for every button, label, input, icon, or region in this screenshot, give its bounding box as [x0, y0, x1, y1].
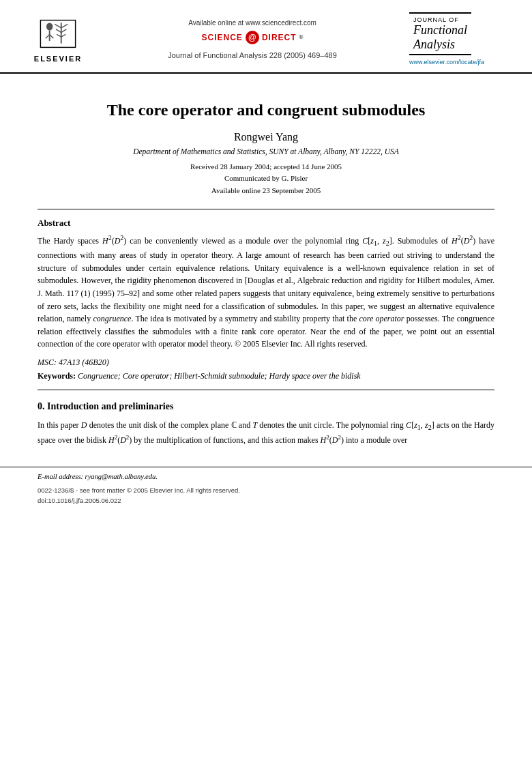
sd-direct-text: DIRECT: [262, 33, 297, 42]
sd-at-symbol: @: [246, 31, 259, 44]
affiliation: Department of Mathematics and Statistics…: [38, 147, 494, 156]
intro-heading: 0. Introduction and preliminaries: [38, 401, 494, 412]
sciencedirect-logo: SCIENCE @ DIRECT ®: [202, 31, 304, 44]
doi-text: doi:10.1016/j.jfa.2005.06.022: [38, 496, 494, 506]
svg-line-11: [61, 35, 66, 38]
elsevier-tree-icon: [34, 15, 82, 53]
svg-line-7: [61, 24, 68, 28]
copyright-text: 0022-1236/$ - see front matter © 2005 El…: [38, 486, 494, 495]
svg-line-10: [57, 35, 61, 38]
communicated-by: Communicated by G. Pisier: [224, 174, 308, 182]
page: ELSEVIER Available online at www.science…: [0, 0, 532, 773]
msc-line: MSC: 47A13 (46B20): [38, 358, 494, 368]
elsevier-url-link[interactable]: www.elsevier.com/locate/jfa: [409, 59, 484, 65]
abstract-heading: Abstract: [38, 218, 494, 229]
abstract-section: Abstract The Hardy spaces H2(D2) can be …: [38, 218, 494, 381]
received-date: Received 28 January 2004; accepted 14 Ju…: [190, 162, 342, 171]
svg-line-9: [61, 29, 67, 33]
footer: E-mail address: ryang@math.albany.edu. 0…: [0, 467, 532, 508]
journal-info: Journal of Functional Analysis 228 (2005…: [168, 51, 337, 59]
dates: Received 28 January 2004; accepted 14 Ju…: [38, 161, 494, 197]
keywords-label: Keywords:: [38, 371, 76, 381]
intro-body: In this paper D denotes the unit disk of…: [38, 419, 494, 446]
available-online-date: Available online 23 September 2005: [211, 186, 321, 194]
journal-of-label: JOURNAL OF: [413, 16, 467, 23]
abstract-divider: [38, 209, 494, 209]
svg-line-8: [56, 29, 61, 33]
elsevier-logo: ELSEVIER: [20, 15, 95, 63]
paper-title: The core operator and congruent submodul…: [38, 100, 494, 121]
header-center: Available online at www.sciencedirect.co…: [95, 19, 409, 59]
author-name: Rongwei Yang: [38, 131, 494, 143]
header: ELSEVIER Available online at www.science…: [0, 0, 532, 74]
svg-point-1: [46, 23, 53, 31]
keywords-line: Keywords: Congruence; Core operator; Hil…: [38, 371, 494, 381]
intro-section: 0. Introduction and preliminaries In thi…: [38, 401, 494, 446]
keywords-text: Congruence; Core operator; Hilbert-Schmi…: [78, 371, 361, 381]
journal-title-box: JOURNAL OF FunctionalAnalysis: [409, 12, 471, 55]
msc-text: MSC: 47A13 (46B20): [38, 358, 109, 367]
footnote-email: E-mail address: ryang@math.albany.edu.: [38, 473, 494, 480]
sd-science-text: SCIENCE: [202, 33, 243, 42]
sd-registered-symbol: ®: [299, 34, 304, 40]
functional-analysis-title: FunctionalAnalysis: [413, 23, 467, 51]
email-address: ryang@math.albany.edu.: [85, 473, 158, 480]
email-label: E-mail address:: [38, 473, 83, 480]
journal-title-section: JOURNAL OF FunctionalAnalysis www.elsevi…: [409, 12, 512, 65]
svg-rect-0: [40, 20, 75, 48]
elsevier-label: ELSEVIER: [34, 55, 82, 63]
main-content: The core operator and congruent submodul…: [0, 74, 532, 460]
intro-divider: [38, 390, 494, 390]
abstract-text: The Hardy spaces H2(D2) can be convenien…: [38, 233, 494, 351]
svg-line-6: [55, 24, 61, 28]
available-online-text: Available online at www.sciencedirect.co…: [188, 19, 316, 27]
elsevier-logo-section: ELSEVIER: [20, 15, 95, 63]
footer-copyright: 0022-1236/$ - see front matter © 2005 El…: [38, 486, 494, 506]
